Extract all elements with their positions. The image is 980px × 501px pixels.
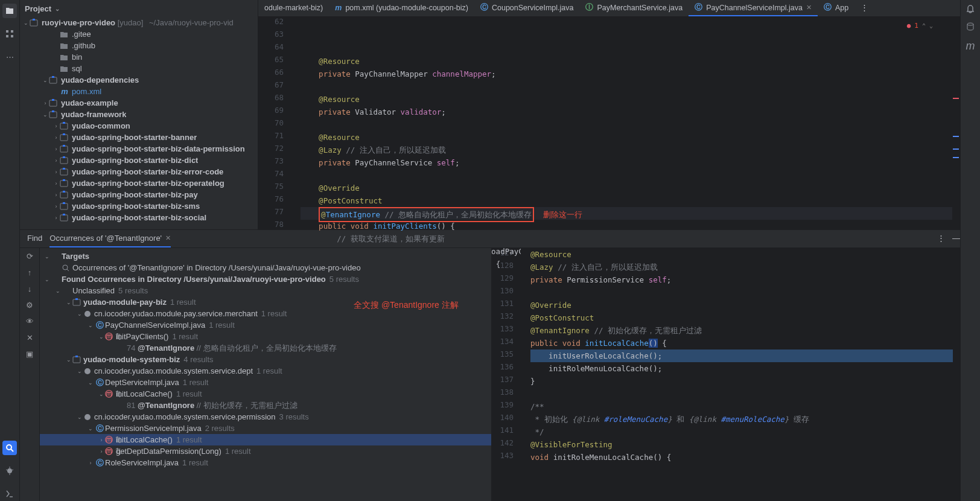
svg-rect-25 [60, 158, 68, 164]
svg-rect-40 [75, 298, 78, 300]
result-icon: Ⓒ [94, 458, 105, 468]
project-tree[interactable]: ⌄ ruoyi-vue-pro-video [yudao] ~/Java/ruo… [20, 17, 258, 229]
find-result-row[interactable]: ›ⓜ ⇅initLocalCache()1 result [40, 434, 491, 445]
occurrences-tab[interactable]: Occurrences of '@TenantIgnore'✕ [49, 230, 171, 247]
chevron-down-icon[interactable]: ⌄ [929, 19, 933, 32]
svg-rect-33 [60, 203, 68, 209]
project-tree-item[interactable]: ›yudao-spring-boot-starter-biz-operatelo… [20, 177, 258, 189]
maven-icon[interactable]: m [966, 40, 975, 53]
project-tree-item[interactable]: mpom.xml [20, 86, 258, 97]
project-tree-item[interactable]: ⌄yudao-dependencies [20, 74, 258, 86]
layout-icon[interactable]: ▣ [26, 349, 33, 359]
project-tree-item[interactable]: ›yudao-common [20, 120, 258, 132]
database-icon[interactable] [966, 22, 975, 31]
svg-point-4 [7, 445, 11, 450]
find-results-toolbar: ⟳ ↑ ↓ ⚙ 👁 ✕ ▣ [20, 248, 40, 501]
settings-icon[interactable]: ⚙ [26, 301, 33, 310]
project-tree-item[interactable]: sql [20, 63, 258, 74]
result-icon [62, 264, 72, 272]
panel-minimize-icon[interactable]: — [952, 230, 960, 247]
svg-rect-16 [52, 99, 54, 101]
debug-tool-icon[interactable] [2, 464, 17, 478]
close-icon[interactable]: ✕ [806, 4, 812, 11]
find-result-row[interactable]: 74 @TenantIgnore // 忽略自动化租户，全局初始化本地缓存 [40, 342, 491, 354]
project-tree-item[interactable]: ›yudao-example [20, 97, 258, 109]
project-tree-item[interactable]: .gitee [20, 28, 258, 40]
tab-label: odule-market-biz) [264, 4, 323, 12]
find-result-row[interactable]: ⌄ⒸPermissionServiceImpl.java2 results [40, 423, 491, 434]
project-tree-item[interactable]: ⌄yudao-framework [20, 109, 258, 120]
close-icon[interactable]: ✕ [165, 234, 171, 242]
more-tool-icon[interactable]: ⋯ [2, 49, 17, 64]
find-result-row[interactable]: ⌄Targets [40, 250, 491, 262]
find-result-row[interactable]: Occurrences of '@TenantIgnore' in Direct… [40, 262, 491, 273]
tabs-overflow-icon[interactable]: ⋮ [854, 0, 874, 16]
find-result-row[interactable]: ⌄cn.iocoder.yudao.module.system.service.… [40, 411, 491, 423]
find-preview-pane: 1271281291301311321331341351361371381391… [492, 248, 960, 501]
editor-tab[interactable]: ⒸPayChannelServiceImpl.java✕ [689, 0, 818, 16]
project-tree-item[interactable]: .github [20, 40, 258, 51]
svg-rect-26 [63, 156, 65, 158]
svg-rect-28 [63, 168, 65, 170]
find-result-row[interactable]: ›ⓜ ⇅getDeptDataPermission(Long)1 result [40, 445, 491, 457]
project-panel-header[interactable]: Project ⌄ [20, 0, 258, 17]
structure-tool-icon[interactable] [2, 27, 17, 41]
find-result-row[interactable]: ⌄Found Occurrences in Directory /Users/y… [40, 273, 491, 285]
refresh-icon[interactable]: ⟳ [27, 252, 33, 261]
preview-minimap[interactable] [953, 248, 960, 501]
svg-line-9 [6, 470, 7, 470]
project-tree-item[interactable]: ›yudao-spring-boot-starter-biz-sms [20, 200, 258, 212]
find-result-row[interactable]: ›ⒸRoleServiceImpl.java1 result [40, 457, 491, 468]
maven-file-icon: m [335, 4, 342, 12]
find-result-row[interactable]: 81 @TenantIgnore // 初始化缓存，无需租户过滤 [40, 400, 491, 411]
project-tree-item[interactable]: ›yudao-spring-boot-starter-biz-dict [20, 155, 258, 166]
find-result-row[interactable]: ⌄Unclassified5 results [40, 285, 491, 296]
find-tab[interactable]: Find [27, 230, 42, 247]
project-root-name: ruoyi-vue-pro-video [42, 18, 115, 27]
svg-rect-27 [60, 169, 68, 175]
preview-code[interactable]: @Resource@Lazy // 注入自己，所以延迟加载private Per… [521, 248, 953, 501]
editor-tab[interactable]: ⒸCouponServiceImpl.java [474, 0, 580, 16]
notifications-icon[interactable] [966, 4, 975, 13]
find-result-row[interactable]: ⌄yudao-module-system-biz4 results [40, 354, 491, 365]
preview-icon[interactable]: 👁 [26, 317, 34, 326]
tab-label: PayChannelServiceImpl.java [706, 4, 803, 12]
svg-line-5 [11, 449, 13, 452]
project-tree-item[interactable]: bin [20, 51, 258, 63]
interface-icon: Ⓘ [585, 2, 593, 13]
project-tree-item[interactable]: ›yudao-spring-boot-starter-biz-social [20, 212, 258, 223]
chevron-up-icon[interactable]: ⌃ [922, 19, 926, 32]
find-result-row[interactable]: ⌄cn.iocoder.yudao.module.system.service.… [40, 365, 491, 377]
find-result-row[interactable]: ⌄ⒸDeptServiceImpl.java1 result [40, 377, 491, 388]
editor-tab[interactable]: ⒾPayMerchantService.java [579, 0, 689, 16]
svg-point-46 [967, 23, 973, 25]
next-icon[interactable]: ↓ [28, 284, 32, 293]
find-tool-icon[interactable] [2, 441, 17, 455]
terminal-tool-icon[interactable] [2, 487, 17, 501]
find-result-row[interactable]: ⌄ⒸPayChannelServiceImpl.java1 result [40, 319, 491, 331]
result-icon: Ⓒ [94, 377, 105, 388]
remove-icon[interactable]: ✕ [27, 333, 33, 342]
project-tree-item[interactable]: ›yudao-spring-boot-starter-biz-pay [20, 189, 258, 200]
find-result-row[interactable]: ⌄ⓜ ⇅initPayClients()1 result [40, 331, 491, 342]
tree-item-icon [60, 65, 69, 73]
project-tree-item[interactable]: ›yudao-spring-boot-starter-banner [20, 132, 258, 143]
minimap[interactable] [952, 17, 959, 229]
editor-tab[interactable]: odule-market-biz) [258, 0, 329, 16]
top-row: Project ⌄ ⌄ ruoyi-vue-pro-video [yudao] … [20, 0, 960, 229]
svg-line-10 [12, 470, 13, 470]
find-results-tree[interactable]: ⌄TargetsOccurrences of '@TenantIgnore' i… [40, 248, 492, 501]
editor-tab[interactable]: mpom.xml (yudao-module-coupon-biz) [329, 0, 474, 16]
project-tree-item[interactable]: ›yudao-spring-boot-starter-biz-error-cod… [20, 166, 258, 177]
class-icon: Ⓒ [480, 2, 488, 13]
previous-icon[interactable]: ↑ [28, 268, 32, 277]
project-root-row[interactable]: ⌄ ruoyi-vue-pro-video [yudao] ~/Java/ruo… [20, 17, 258, 28]
find-result-row[interactable]: ⌄ⓜ ⇅initLocalCache()1 result [40, 388, 491, 400]
project-tree-item[interactable]: ›yudao-spring-boot-starter-biz-data-perm… [20, 143, 258, 155]
editor-tab[interactable]: ⒸApp [818, 0, 854, 16]
project-tool-icon[interactable] [2, 4, 17, 18]
code-body[interactable]: ●1 ⌃ ⌄ @Resource private PayChannelMappe… [291, 17, 952, 229]
inspections-badge[interactable]: ●1 ⌃ ⌄ [907, 19, 933, 32]
class-icon: Ⓒ [824, 2, 832, 13]
result-icon: ⓜ ⇅ [105, 446, 116, 457]
